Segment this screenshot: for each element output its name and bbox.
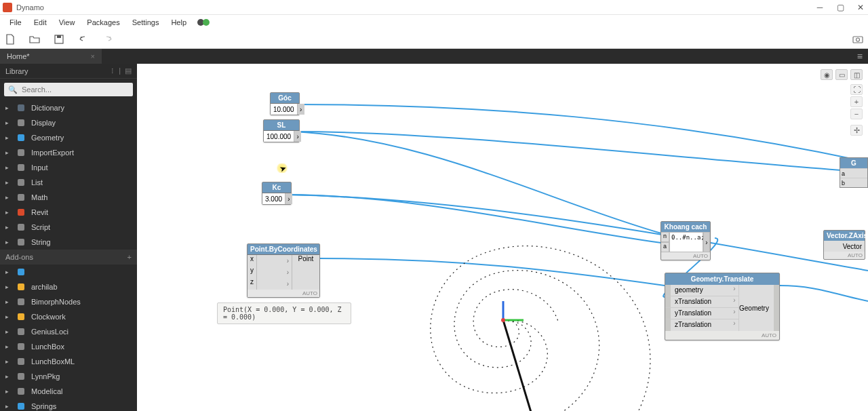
node-goc[interactable]: Góc 10.000 › (270, 92, 300, 115)
redo-icon[interactable] (102, 33, 114, 45)
addon-item[interactable]: ▸ (0, 265, 137, 279)
addon-item[interactable]: ▸BimorphNodes (0, 294, 137, 309)
input-port-z[interactable]: z (248, 278, 257, 290)
library-category[interactable]: ▸String (0, 235, 137, 250)
graph-canvas[interactable]: Góc 10.000 › SL 100.000 › Kc 3.000 › ➤ (137, 64, 868, 411)
category-icon (16, 342, 26, 351)
library-panel: Library ⫶ | ▤ 🔍 ▸Dictionary▸Display▸Geom… (0, 64, 137, 411)
expand-chevron-icon: ▸ (5, 313, 11, 320)
zoom-target-icon[interactable]: ✢ (850, 125, 863, 136)
library-category[interactable]: ▸Geometry (0, 130, 137, 145)
search-icon: 🔍 (8, 85, 18, 94)
undo-icon[interactable] (77, 33, 90, 45)
zoom-out-icon[interactable]: − (850, 109, 863, 119)
library-grid-icon[interactable]: ▤ (125, 66, 132, 75)
input-port-a[interactable]: a (840, 168, 867, 178)
output-port[interactable]: › (298, 104, 304, 115)
tab-overflow-icon[interactable]: ≡ (852, 49, 868, 64)
run-status-indicator[interactable] (203, 19, 210, 26)
output-port[interactable]: Geometry (738, 285, 779, 331)
output-port[interactable]: › (703, 232, 710, 252)
addon-item[interactable]: ▸Modelical (0, 384, 137, 399)
addon-item[interactable]: ▸LynnPkg (0, 369, 137, 384)
library-category[interactable]: ▸Display (0, 115, 137, 130)
input-port[interactable] (665, 308, 671, 319)
node-value-input[interactable]: 100.000 (264, 131, 294, 142)
close-button[interactable]: ✕ (856, 3, 865, 12)
menu-settings[interactable]: Settings (127, 17, 165, 28)
node-sl[interactable]: SL 100.000 › (263, 119, 300, 142)
output-port[interactable]: › (285, 193, 292, 204)
tab-close-icon[interactable]: × (91, 52, 95, 60)
node-point-bycoordinates[interactable]: Point.ByCoordinates x›Point y› z› AUTO (247, 243, 320, 298)
lacing-indicator[interactable]: AUTO (248, 290, 319, 297)
library-category[interactable]: ▸Input (0, 160, 137, 175)
zoom-in-icon[interactable]: + (850, 96, 863, 107)
svg-rect-9 (18, 179, 24, 186)
lacing-indicator[interactable]: AUTO (665, 331, 779, 340)
tab-home[interactable]: Home* × (0, 49, 102, 64)
add-addon-icon[interactable]: + (127, 253, 132, 261)
library-category[interactable]: ▸Script (0, 220, 137, 235)
library-filter-icon[interactable]: ⫶ (111, 66, 115, 75)
library-category[interactable]: ▸Math (0, 190, 137, 205)
node-partial-g[interactable]: G a b (840, 157, 868, 188)
open-file-icon[interactable] (28, 33, 41, 45)
output-port[interactable]: › (294, 131, 301, 142)
node-value-input[interactable]: 10.000 (271, 104, 298, 115)
zoom-fit-icon[interactable]: ⛶ (850, 84, 863, 95)
view-both-icon[interactable]: ◫ (850, 69, 863, 80)
node-vector-zaxis[interactable]: Vector.ZAxis Vector AUTO (823, 230, 865, 260)
input-port-y[interactable]: y (248, 267, 257, 278)
addon-item[interactable]: ▸GeniusLoci (0, 324, 137, 339)
menu-packages[interactable]: Packages (81, 17, 125, 28)
zoom-controls: ⛶ + − ✢ (850, 84, 863, 136)
library-search[interactable]: 🔍 (4, 83, 133, 96)
library-list-icon[interactable]: | (119, 66, 121, 75)
input-port-x[interactable]: x (248, 255, 257, 267)
lacing-indicator[interactable]: AUTO (824, 252, 865, 259)
library-category[interactable]: ▸Revit (0, 205, 137, 220)
output-port[interactable]: Vector (824, 241, 865, 252)
output-port[interactable]: Point (292, 255, 319, 267)
menu-edit[interactable]: Edit (28, 17, 52, 28)
category-icon (16, 208, 26, 217)
save-file-icon[interactable] (53, 33, 65, 45)
category-icon (16, 148, 26, 157)
node-value-input[interactable]: 3.000 (262, 193, 285, 204)
addon-item[interactable]: ▸LunchBoxML (0, 354, 137, 369)
menu-view[interactable]: View (54, 17, 81, 28)
view-3d-icon[interactable]: ◉ (821, 69, 833, 80)
input-port[interactable] (665, 285, 671, 296)
screenshot-icon[interactable] (852, 33, 864, 45)
category-label: ImportExport (31, 149, 74, 157)
minimize-button[interactable]: ─ (815, 3, 825, 12)
code-block-text[interactable]: 0..#n..a; (669, 232, 703, 252)
input-port-b[interactable]: b (840, 178, 867, 187)
maximize-button[interactable]: ▢ (835, 3, 845, 12)
expand-chevron-icon: ▸ (5, 388, 11, 395)
node-khoang-cach[interactable]: Khoang cach n a 0..#n..a; › AUTO (660, 221, 711, 260)
lacing-indicator[interactable]: AUTO (661, 252, 710, 260)
menu-file[interactable]: File (4, 17, 27, 28)
menu-help[interactable]: Help (165, 17, 192, 28)
search-input[interactable] (22, 85, 129, 94)
node-title: Point.ByCoordinates (248, 244, 319, 255)
node-kc[interactable]: Kc 3.000 › (262, 182, 292, 205)
input-port[interactable] (665, 296, 671, 307)
library-category[interactable]: ▸Dictionary (0, 100, 137, 115)
expand-chevron-icon: ▸ (5, 269, 11, 275)
library-category[interactable]: ▸ImportExport (0, 145, 137, 160)
node-geometry-translate[interactable]: Geometry.Translate geometry› xTranslatio… (665, 273, 780, 340)
addon-item[interactable]: ▸Clockwork (0, 309, 137, 324)
input-port[interactable] (665, 319, 671, 331)
library-category[interactable]: ▸List (0, 175, 137, 190)
input-port-n[interactable]: n (661, 232, 669, 242)
addon-item[interactable]: ▸LunchBox (0, 339, 137, 354)
view-controls: ◉ ▭ ◫ (821, 69, 863, 80)
new-file-icon[interactable] (4, 33, 16, 45)
view-graph-icon[interactable]: ▭ (835, 69, 848, 80)
input-port-a[interactable]: a (661, 242, 669, 252)
addon-item[interactable]: ▸archilab (0, 279, 137, 294)
addon-item[interactable]: ▸Springs (0, 399, 137, 411)
